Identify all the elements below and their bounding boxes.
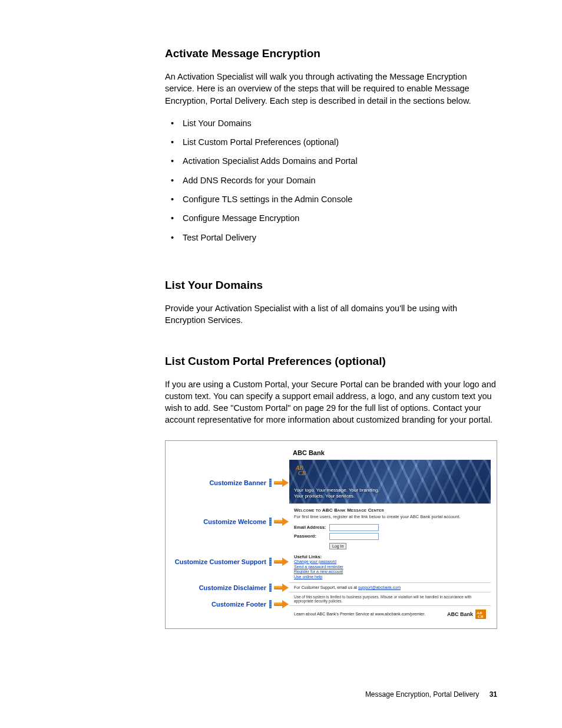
svg-text:CB: CB	[478, 614, 484, 618]
callout-label: Customize Disclaimer	[199, 584, 266, 591]
heading-custom-portal: List Custom Portal Preferences (optional…	[165, 355, 497, 368]
mock-footer-brand: ABC Bank AB CB	[447, 610, 486, 619]
mock-footer-brand-name: ABC Bank	[447, 611, 473, 617]
mock-password-row: Password:	[294, 533, 486, 540]
mock-footer-text: Learn about ABC Bank's Premier Service a…	[294, 612, 425, 616]
mock-brand-title: ABC Bank	[289, 447, 491, 460]
callout-column: Customize Banner Customize Welcome Custo…	[171, 447, 289, 622]
mock-banner: AB CB Your logo. Your message. Your bran…	[289, 460, 491, 503]
arrow-right-icon	[274, 584, 289, 591]
list-item: Activation Specialist Adds Domains and P…	[165, 155, 497, 167]
callout-label: Customize Customer Support	[175, 558, 266, 565]
steps-list: List Your Domains List Custom Portal Pre…	[165, 117, 497, 243]
heading-activate: Activate Message Encryption	[165, 47, 497, 60]
mock-links-title: Useful Links:	[294, 554, 486, 559]
list-item: Test Portal Delivery	[165, 232, 497, 243]
mock-link: Register for a new account	[294, 569, 486, 575]
page-footer: Message Encryption, Portal Delivery 31	[365, 690, 497, 699]
mock-welcome-text: For first time users, register at the li…	[294, 514, 486, 519]
mock-footer-section: Learn about ABC Bank's Premier Service a…	[289, 605, 491, 622]
arrow-right-icon	[274, 601, 289, 608]
callout-label: Customize Banner	[209, 479, 266, 486]
mock-banner-line1: Your logo. Your message. Your branding.	[294, 487, 379, 493]
drag-handle-icon	[269, 584, 272, 592]
arrow-right-icon	[274, 518, 289, 525]
custom-portal-text: If you are using a Custom Portal, your S…	[165, 378, 497, 426]
portal-mockup: ABC Bank AB CB Your logo. Your message. …	[289, 447, 491, 622]
arrow-right-icon	[274, 558, 289, 565]
drag-handle-icon	[269, 479, 272, 487]
list-item: Configure TLS settings in the Admin Cons…	[165, 193, 497, 205]
mock-disclaimer-section: Use of this system is limited to busines…	[289, 592, 491, 605]
mock-email-label: Email Address:	[294, 525, 329, 530]
mock-link: Send a password reminder	[294, 565, 486, 570]
callout-banner: Customize Banner	[209, 479, 289, 487]
mock-password-label: Password:	[294, 533, 329, 539]
mock-banner-line2: Your products. Your services.	[294, 493, 355, 499]
mock-password-input	[329, 533, 379, 540]
callout-label: Customize Footer	[211, 601, 266, 608]
list-item: Add DNS Records for your Domain	[165, 174, 497, 186]
mock-welcome-title: Welcome to ABC Bank Message Center	[294, 508, 486, 513]
heading-list-domains: List Your Domains	[165, 279, 497, 292]
callout-welcome: Customize Welcome	[203, 518, 289, 526]
mock-link: Change your password	[294, 559, 486, 565]
mock-logo-icon: AB CB	[294, 463, 309, 476]
list-domains-text: Provide your Activation Specialist with …	[165, 302, 497, 327]
svg-text:CB: CB	[298, 470, 306, 476]
footer-title: Message Encryption, Portal Delivery	[365, 690, 479, 699]
mock-link: Use online help	[294, 575, 486, 580]
list-item: List Your Domains	[165, 117, 497, 129]
callout-support: Customize Customer Support	[175, 558, 289, 566]
page-number: 31	[490, 690, 497, 699]
portal-customization-figure: Customize Banner Customize Welcome Custo…	[165, 440, 497, 629]
intro-paragraph: An Activation Specialist will walk you t…	[165, 71, 497, 107]
list-item: Configure Message Encryption	[165, 212, 497, 224]
mock-login-button: Log In	[329, 543, 346, 549]
drag-handle-icon	[269, 558, 272, 566]
drag-handle-icon	[269, 518, 272, 526]
list-item: List Custom Portal Preferences (optional…	[165, 136, 497, 148]
callout-label: Customize Welcome	[203, 518, 266, 525]
mock-support-prefix: For Customer Support, email us at	[294, 585, 358, 589]
mock-email-input	[329, 524, 379, 531]
callout-footer: Customize Footer	[211, 600, 289, 608]
mock-support-email: support@abcbank.com	[358, 585, 401, 589]
mock-email-row: Email Address:	[294, 524, 486, 531]
drag-handle-icon	[269, 600, 272, 608]
mock-support-section: For Customer Support, email us at suppor…	[289, 582, 491, 592]
mock-welcome-section: Welcome to ABC Bank Message Center For f…	[289, 503, 491, 582]
mock-footer-logo-icon: AB CB	[475, 610, 486, 619]
callout-disclaimer: Customize Disclaimer	[199, 584, 289, 592]
mock-banner-text: Your logo. Your message. Your branding. …	[294, 487, 379, 500]
arrow-right-icon	[274, 479, 289, 486]
